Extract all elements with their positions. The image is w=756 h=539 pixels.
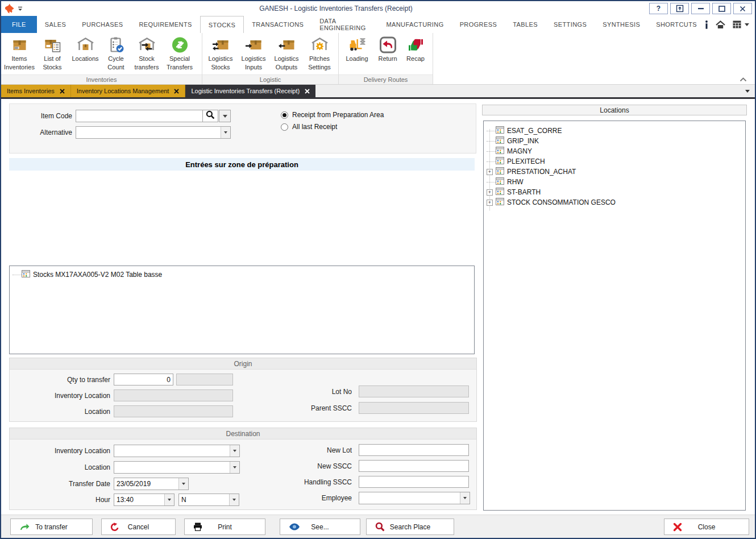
menu-settings[interactable]: SETTINGS [546, 16, 595, 33]
expand-plus-icon[interactable] [487, 189, 493, 196]
radio-selected-icon[interactable] [281, 111, 288, 119]
menu-file[interactable]: FILE [1, 16, 37, 33]
search-place-button[interactable]: Search Place [366, 519, 454, 535]
close-window-button[interactable] [733, 3, 752, 14]
item-code-input[interactable] [76, 110, 203, 122]
print-button[interactable]: Print [184, 519, 265, 535]
chevron-down-icon [233, 450, 236, 452]
main-content: Item Code Alternative Receipt from Prepa… [1, 99, 755, 515]
combo-dropdown-button[interactable] [460, 492, 470, 504]
tree-item-magny[interactable]: MAGNY [487, 146, 532, 156]
window-controls: ? [649, 3, 752, 14]
dest-location-combo[interactable] [114, 461, 240, 474]
menu-manufacturing[interactable]: MANUFACTURING [378, 16, 451, 33]
menu-transactions[interactable]: TRANSACTIONS [244, 16, 311, 33]
all-last-receipt-radio[interactable]: All last Receipt [281, 123, 337, 131]
tree-item-plexitech[interactable]: PLEXITECH [487, 156, 545, 167]
new-sscc-input[interactable] [359, 460, 469, 472]
combo-dropdown-button[interactable] [230, 462, 239, 473]
cycle-count-button[interactable]: Cycle Count [102, 35, 130, 71]
stock-tree-item[interactable]: Stocks MX17AXA005-V2 M02 Table basse [13, 270, 162, 280]
stocks-tree-panel[interactable]: Stocks MX17AXA005-V2 M02 Table basse [9, 266, 475, 354]
combo-dropdown-button[interactable] [221, 127, 230, 138]
combo-dropdown-button[interactable] [230, 445, 239, 457]
logistics-stocks-button[interactable]: Logistics Stocks [204, 35, 237, 71]
item-code-label: Item Code [10, 112, 72, 120]
tree-item-rhw[interactable]: RHW [487, 177, 524, 187]
tab-items-inventories[interactable]: Items Inventories [1, 85, 71, 97]
menu-purchases[interactable]: PURCHASES [74, 16, 131, 33]
help-button[interactable]: ? [649, 3, 668, 14]
minimize-button[interactable] [691, 3, 710, 14]
menu-progress[interactable]: PROGRESS [452, 16, 505, 33]
tree-item-prestation-achat[interactable]: PRESTATION_ACHAT [487, 167, 576, 177]
menu-shortcuts[interactable]: SHORTCUTS [648, 16, 705, 33]
expand-plus-icon[interactable] [487, 169, 493, 175]
menu-tables[interactable]: TABLES [505, 16, 546, 33]
combo-dropdown-button[interactable] [178, 478, 188, 490]
item-code-dropdown-button[interactable] [219, 110, 231, 122]
expand-plus-icon[interactable] [487, 200, 493, 206]
locations-tree-panel[interactable]: ESAT_G_CORRE GRIP_INK MAGNY PLEXITECH PR [483, 121, 746, 511]
menu-stocks[interactable]: STOCKS [200, 16, 244, 33]
loading-button[interactable]: Loading [340, 35, 373, 63]
printer-icon [193, 523, 202, 531]
handling-sscc-input[interactable] [359, 476, 469, 488]
tab-inventory-locations-management[interactable]: Inventory Locations Management [71, 85, 186, 97]
dest-inventory-location-label: Inventory Location [10, 447, 110, 455]
tab-list-caret-icon[interactable] [745, 90, 750, 93]
info-icon[interactable] [705, 20, 708, 29]
menu-data-engineering[interactable]: DATA ENGINEERING [311, 16, 378, 33]
tree-item-esat-g-corre[interactable]: ESAT_G_CORRE [487, 126, 562, 136]
locations-button[interactable]: Locations [69, 35, 102, 64]
hour-label: Hour [10, 496, 110, 504]
new-lot-input[interactable] [359, 444, 469, 456]
quick-access-caret-icon[interactable] [18, 6, 23, 11]
maximize-button[interactable] [712, 3, 731, 14]
menu-sales[interactable]: SALES [37, 16, 74, 33]
radio-unselected-icon[interactable] [281, 123, 288, 131]
pitches-settings-button[interactable]: Pitches Settings [303, 35, 336, 71]
employee-combo[interactable] [359, 492, 470, 504]
items-inventories-button[interactable]: Items Inventories [3, 35, 36, 71]
tree-item-stock-consommation-gesco[interactable]: STOCK CONSOMMATION GESCO [487, 197, 616, 208]
special-transfers-button[interactable]: Special Transfers [163, 35, 196, 71]
qty-to-transfer-label: Qty to transfer [10, 376, 110, 384]
receipt-from-prep-radio[interactable]: Receipt from Preparation Area [281, 111, 384, 119]
hour-combo[interactable]: 13:40 [114, 494, 175, 506]
to-transfer-button[interactable]: To transfer [10, 519, 93, 535]
see-button[interactable]: See... [280, 519, 360, 535]
combo-dropdown-button[interactable] [229, 494, 239, 505]
tree-item-st-barth[interactable]: ST-BARTH [487, 187, 541, 197]
item-code-search-button[interactable] [202, 110, 218, 122]
chevron-down-icon [223, 115, 227, 118]
qty-to-transfer-input[interactable]: 0 [114, 374, 173, 385]
tab-logistic-inventories-transfers[interactable]: Logistic Inventories Transfers (Receipt) [185, 85, 315, 97]
cancel-button[interactable]: Cancel [101, 519, 176, 535]
hour-period-combo[interactable]: N [178, 494, 239, 506]
dest-inventory-location-combo[interactable] [114, 445, 240, 457]
stock-transfers-button[interactable]: Stock transfers [130, 35, 163, 71]
tab-close-icon[interactable] [305, 89, 310, 94]
tab-close-icon[interactable] [60, 89, 65, 94]
tab-close-icon[interactable] [174, 89, 179, 94]
tree-item-grip-ink[interactable]: GRIP_INK [487, 136, 539, 146]
combo-dropdown-button[interactable] [164, 494, 174, 505]
logistics-outputs-button[interactable]: Logistics Outputs [270, 35, 303, 71]
menu-synthesis[interactable]: SYNTHESIS [595, 16, 648, 33]
menu-requirements[interactable]: REQUIREMENTS [131, 16, 200, 33]
recap-button[interactable]: Recap [402, 35, 429, 63]
box-out-icon [277, 36, 296, 54]
float-window-button[interactable] [670, 3, 689, 14]
ribbon-collapse-chevron-icon[interactable] [740, 76, 747, 83]
grid-table-icon [496, 147, 504, 156]
logistics-inputs-button[interactable]: Logistics Inputs [237, 35, 270, 71]
green-arrow-icon [19, 523, 30, 531]
home-icon[interactable] [716, 20, 725, 29]
transfer-date-combo[interactable]: 23/05/2019 [114, 478, 189, 490]
grid-calculator-icon[interactable] [733, 20, 749, 28]
alternative-combo[interactable] [76, 126, 231, 139]
return-button[interactable]: Return [373, 35, 402, 63]
close-button[interactable]: Close [664, 519, 749, 535]
list-of-stocks-button[interactable]: List of Stocks [36, 35, 69, 71]
